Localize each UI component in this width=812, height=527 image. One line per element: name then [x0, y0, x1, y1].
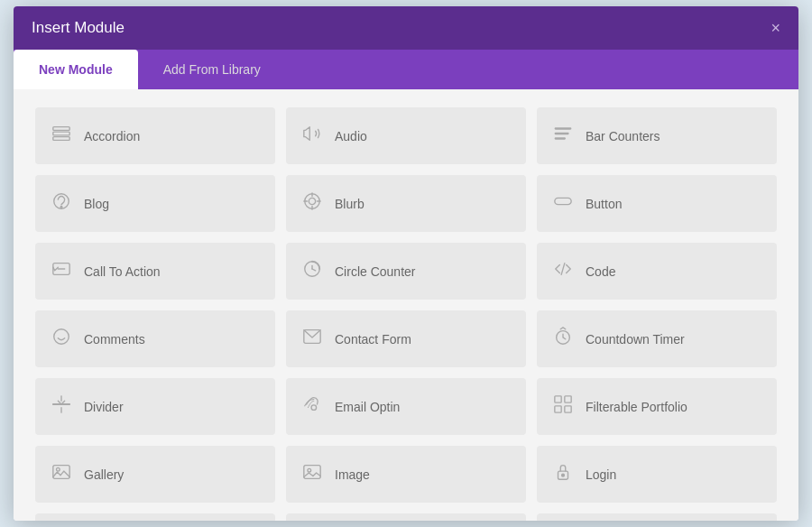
divider-svg: [51, 394, 71, 414]
module-circle-counter[interactable]: Circle Counter: [286, 243, 526, 300]
comments-svg: [51, 327, 71, 347]
module-call-to-action[interactable]: Call To Action: [35, 243, 275, 300]
divider-icon: [50, 394, 73, 419]
module-filterable-portfolio[interactable]: Filterable Portfolio: [537, 378, 777, 435]
svg-rect-0: [53, 127, 69, 131]
login-label: Login: [586, 467, 616, 482]
filterable-portfolio-label: Filterable Portfolio: [586, 400, 687, 414]
module-bar-counters[interactable]: Bar Counters: [537, 107, 777, 164]
contact-form-icon: [300, 327, 324, 351]
email-optin-label: Email Optin: [335, 400, 400, 414]
module-person[interactable]: Person: [537, 513, 777, 521]
svg-rect-2: [53, 137, 69, 141]
gallery-icon: [50, 462, 73, 486]
svg-line-19: [312, 269, 316, 271]
svg-rect-1: [53, 132, 69, 135]
blurb-icon: [300, 191, 324, 216]
module-blog[interactable]: Blog: [35, 175, 275, 232]
module-comments[interactable]: Comments: [35, 310, 275, 367]
divider-label: Divider: [84, 400, 124, 414]
module-email-optin[interactable]: Email Optin: [286, 378, 526, 435]
button-icon: [551, 191, 575, 216]
login-icon: [551, 462, 575, 486]
countdown-timer-label: Countdown Timer: [586, 332, 685, 347]
blog-svg: [51, 191, 71, 211]
module-audio[interactable]: Audio: [286, 107, 526, 164]
svg-rect-36: [304, 466, 320, 479]
call-to-action-icon: [50, 259, 73, 283]
circle-counter-svg: [302, 259, 322, 279]
modal-header: Insert Module ×: [14, 6, 798, 50]
tab-add-from-library[interactable]: Add From Library: [138, 50, 286, 89]
svg-line-20: [561, 264, 565, 275]
bar-counters-svg: [553, 124, 573, 143]
module-gallery[interactable]: Gallery: [35, 446, 275, 503]
countdown-timer-icon: [551, 327, 575, 351]
module-login[interactable]: Login: [537, 446, 777, 503]
svg-rect-34: [53, 466, 69, 479]
svg-point-29: [311, 405, 317, 411]
login-svg: [553, 462, 573, 482]
module-accordion[interactable]: Accordion: [35, 107, 275, 164]
contact-form-label: Contact Form: [335, 332, 411, 347]
modal-title: Insert Module: [32, 19, 125, 37]
accordion-label: Accordion: [84, 129, 140, 143]
comments-label: Comments: [84, 332, 145, 347]
module-map[interactable]: Map: [35, 513, 275, 521]
svg-point-9: [309, 198, 315, 204]
gallery-svg: [51, 462, 71, 482]
svg-rect-31: [565, 396, 571, 402]
countdown-timer-svg: [553, 327, 573, 347]
call-to-action-label: Call To Action: [84, 264, 161, 279]
button-label: Button: [586, 197, 622, 211]
blog-label: Blog: [84, 197, 109, 211]
code-icon: [551, 259, 575, 283]
email-optin-icon: [300, 394, 324, 419]
email-optin-svg: [302, 394, 322, 414]
module-countdown-timer[interactable]: Countdown Timer: [537, 310, 777, 367]
blog-icon: [50, 191, 73, 216]
contact-form-svg: [302, 327, 322, 347]
modules-grid: Accordion Audio: [35, 107, 777, 521]
filterable-portfolio-svg: [553, 394, 573, 414]
filterable-portfolio-icon: [551, 394, 575, 419]
module-image[interactable]: Image: [286, 446, 526, 503]
module-blurb[interactable]: Blurb: [286, 175, 526, 232]
circle-counter-icon: [300, 259, 324, 283]
code-label: Code: [586, 264, 615, 279]
insert-module-modal: Insert Module × New Module Add From Libr…: [14, 6, 798, 521]
svg-point-35: [57, 467, 60, 471]
audio-label: Audio: [335, 129, 367, 143]
svg-point-7: [60, 207, 62, 208]
code-svg: [553, 259, 573, 279]
modal-tabs: New Module Add From Library: [14, 50, 798, 89]
audio-svg: [302, 124, 322, 143]
module-number-counter[interactable]: # Number Counter: [286, 513, 526, 521]
svg-point-39: [562, 474, 565, 476]
image-svg: [302, 462, 322, 482]
gallery-label: Gallery: [84, 467, 124, 482]
svg-rect-30: [555, 396, 561, 402]
modal-body: Accordion Audio: [14, 89, 798, 521]
module-contact-form[interactable]: Contact Form: [286, 310, 526, 367]
module-divider[interactable]: Divider: [35, 378, 275, 435]
close-button[interactable]: ×: [770, 20, 780, 36]
bar-counters-icon: [551, 124, 575, 148]
image-icon: [300, 462, 324, 486]
circle-counter-label: Circle Counter: [335, 264, 415, 279]
accordion-svg: [51, 124, 71, 143]
tab-new-module[interactable]: New Module: [14, 50, 138, 89]
audio-icon: [300, 124, 324, 148]
module-code[interactable]: Code: [537, 243, 777, 300]
call-to-action-svg: [51, 259, 71, 279]
image-label: Image: [335, 467, 370, 482]
bar-counters-label: Bar Counters: [586, 129, 660, 143]
module-button[interactable]: Button: [537, 175, 777, 232]
svg-point-21: [54, 329, 69, 345]
svg-rect-14: [555, 198, 571, 204]
svg-rect-33: [565, 406, 571, 412]
svg-rect-32: [555, 406, 561, 412]
blurb-label: Blurb: [335, 197, 364, 211]
button-svg: [553, 191, 573, 211]
svg-point-37: [308, 468, 311, 472]
